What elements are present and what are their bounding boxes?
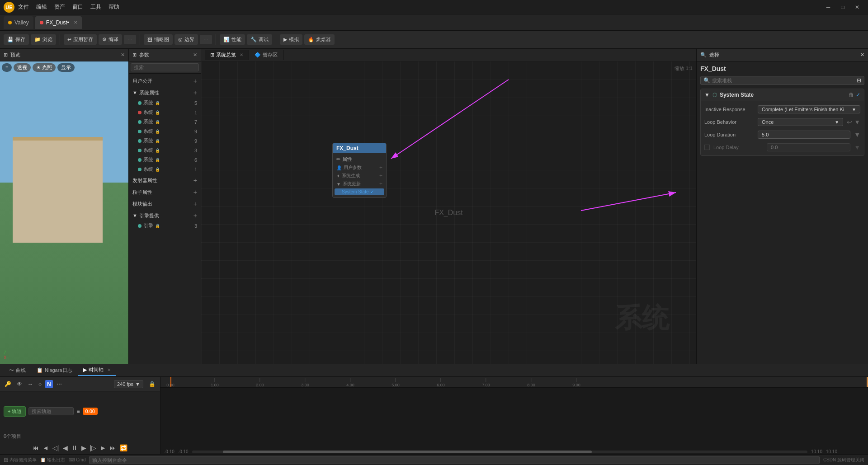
compile-button[interactable]: ⚙ 编译 bbox=[99, 34, 122, 45]
tl-move-button[interactable]: ↔ bbox=[26, 380, 35, 388]
tl-scrollbar-track[interactable] bbox=[192, 451, 807, 453]
param-item-sys-5[interactable]: 系统 🔒 9 bbox=[129, 136, 201, 146]
sys-attrs-add-button[interactable]: + bbox=[193, 89, 197, 96]
tl-more-button[interactable]: ⋯ bbox=[55, 380, 64, 388]
param-item-engine-1[interactable]: 引擎 🔒 3 bbox=[129, 221, 201, 230]
tab-fxdust-close[interactable]: ✕ bbox=[74, 20, 77, 25]
cmd-button[interactable]: ⌨ Cmd bbox=[69, 457, 86, 462]
step-back-button[interactable]: ◄ bbox=[42, 443, 50, 452]
fx-node-section-sys-update[interactable]: ▼ 系统更新 + bbox=[333, 180, 386, 188]
hamburger-button[interactable]: ≡ bbox=[2, 63, 12, 72]
emitter-add-button[interactable]: + bbox=[193, 177, 197, 184]
browse-button[interactable]: 📁 浏览 bbox=[31, 34, 56, 45]
menu-edit[interactable]: 编辑 bbox=[36, 3, 47, 11]
loop-behavior-expand-button[interactable]: ▼ bbox=[854, 118, 860, 126]
tl-lock-button[interactable]: 🔒 bbox=[147, 380, 157, 388]
bounds-more-button[interactable]: ⋯ bbox=[200, 35, 212, 44]
param-item-sys-1[interactable]: 系统 🔒 5 bbox=[129, 98, 201, 108]
loop-delay-input[interactable] bbox=[767, 143, 850, 151]
menu-tools[interactable]: 工具 bbox=[90, 3, 101, 11]
param-group-engine-header[interactable]: ▼ 引擎提供 + bbox=[129, 210, 201, 221]
play-reverse-button[interactable]: ◀ bbox=[62, 443, 69, 452]
content-sidebar-button[interactable]: 🖼 内容侧滑菜单 bbox=[4, 457, 37, 463]
preview-viewport[interactable]: ≡ 透视 ☀ 光照 显示 Z X bbox=[0, 61, 128, 364]
param-group-particle-header[interactable]: 粒子属性 + bbox=[129, 187, 201, 197]
fx-node-item-system-state[interactable]: System State ✓ bbox=[335, 188, 384, 195]
minimize-button[interactable]: ─ bbox=[821, 0, 835, 14]
tl-scrollbar-thumb[interactable] bbox=[223, 451, 592, 453]
fx-dust-node[interactable]: FX_Dust ✏ 属性 👤 用户参数 + ✦ 系统生成 + bbox=[332, 143, 387, 198]
particle-add-button[interactable]: + bbox=[193, 188, 197, 196]
bounds-button[interactable]: ◎ 边界 bbox=[175, 34, 198, 45]
tl-n-button[interactable]: N bbox=[45, 380, 53, 388]
ss-check-button[interactable]: ✓ bbox=[856, 92, 860, 98]
search-stack-input[interactable] bbox=[712, 78, 855, 83]
step-forward-button[interactable]: ► bbox=[99, 443, 107, 452]
param-item-sys-6[interactable]: 系统 🔒 3 bbox=[129, 146, 201, 155]
output-log-button[interactable]: 📋 输出日志 bbox=[40, 457, 65, 463]
search-track-input[interactable] bbox=[28, 407, 74, 415]
fx-node-section-sys-gen[interactable]: ✦ 系统生成 + bbox=[333, 172, 386, 180]
save-button[interactable]: 💾 保存 bbox=[4, 34, 29, 45]
loop-duration-expand-button[interactable]: ▼ bbox=[854, 131, 860, 138]
compile-more-button[interactable]: ⋯ bbox=[124, 35, 136, 44]
param-item-sys-3[interactable]: 系统 🔒 7 bbox=[129, 117, 201, 127]
loop-delay-checkbox[interactable] bbox=[704, 145, 710, 150]
fps-selector[interactable]: 240 fps ▼ bbox=[114, 380, 143, 388]
sim-button[interactable]: ▶ 模拟 bbox=[280, 34, 302, 45]
bake-button[interactable]: 🔥 烘焙器 bbox=[304, 34, 335, 45]
param-item-sys-2[interactable]: 系统 🔒 1 bbox=[129, 108, 201, 117]
timeline-close-button[interactable]: ✕ bbox=[107, 367, 111, 372]
tab-curves[interactable]: 〜 曲线 bbox=[4, 365, 31, 376]
filter-icon[interactable]: ⊟ bbox=[857, 77, 861, 84]
thumbnail-button[interactable]: 🖼 缩略图 bbox=[144, 34, 173, 45]
menu-assets[interactable]: 资产 bbox=[54, 3, 65, 11]
param-group-user-public-header[interactable]: 用户公开 + bbox=[129, 75, 201, 86]
goto-end-button[interactable]: ⏭ bbox=[109, 443, 117, 452]
perspective-button[interactable]: 透视 bbox=[14, 63, 31, 72]
apply-button[interactable]: ↩ 应用暂存 bbox=[64, 34, 97, 45]
user-params-add-icon[interactable]: + bbox=[379, 164, 382, 171]
fx-node-section-user-params[interactable]: 👤 用户参数 + bbox=[333, 164, 386, 172]
preview-close-button[interactable]: ✕ bbox=[121, 52, 125, 58]
debug-button[interactable]: 🔧 调试 bbox=[247, 34, 272, 45]
tab-timeline[interactable]: ▶ 时间轴 ✕ bbox=[78, 365, 116, 376]
system-overview-close[interactable]: ✕ bbox=[240, 52, 243, 57]
add-track-button[interactable]: + 轨道 bbox=[4, 406, 26, 417]
tl-eye-button[interactable]: 👁 bbox=[15, 380, 24, 388]
stop-button[interactable]: ⏸ bbox=[71, 443, 79, 452]
canvas-area[interactable]: 缩放 1:1 FX_Dust 系统 FX_Dust ✏ 属性 👤 用户参数 + bbox=[201, 61, 696, 364]
loop-behavior-undo-button[interactable]: ↩ bbox=[847, 118, 852, 126]
tl-snap-button[interactable]: ⟐ bbox=[37, 380, 43, 388]
inactive-response-dropdown[interactable]: Complete (Let Emitters Finish then Ki ▼ bbox=[758, 105, 860, 113]
selection-panel-close[interactable]: ✕ bbox=[860, 52, 864, 58]
engine-add-button[interactable]: + bbox=[193, 212, 197, 219]
loop-duration-input[interactable] bbox=[758, 131, 850, 139]
tab-system-overview[interactable]: ⊞ 系统总览 ✕ bbox=[205, 50, 249, 60]
module-output-add-button[interactable]: + bbox=[193, 200, 197, 207]
console-input[interactable] bbox=[89, 456, 819, 464]
params-search-input[interactable] bbox=[131, 63, 199, 71]
tab-fxdust[interactable]: FX_Dust• ✕ bbox=[35, 16, 82, 29]
maximize-button[interactable]: □ bbox=[835, 0, 850, 14]
param-item-sys-8[interactable]: 系统 🔒 1 bbox=[129, 164, 201, 174]
sys-update-add-icon[interactable]: + bbox=[379, 181, 382, 187]
tl-key-button[interactable]: 🔑 bbox=[3, 380, 13, 388]
param-group-emitter-header[interactable]: 发射器属性 + bbox=[129, 175, 201, 186]
tab-niagara-log[interactable]: 📋 Niagara日志 bbox=[31, 365, 78, 376]
display-button[interactable]: 显示 bbox=[57, 63, 75, 72]
params-close-button[interactable]: ✕ bbox=[193, 52, 197, 58]
sys-gen-add-icon[interactable]: + bbox=[379, 173, 382, 179]
loop-behavior-dropdown[interactable]: Once ▼ bbox=[758, 118, 843, 126]
play-button[interactable]: ▶ bbox=[80, 443, 87, 452]
filter-track-icon[interactable]: ≡ bbox=[76, 408, 80, 414]
next-key-button[interactable]: |▷ bbox=[89, 443, 98, 452]
tab-valley[interactable]: Valley bbox=[4, 16, 33, 29]
menu-file[interactable]: 文件 bbox=[18, 3, 29, 11]
tab-staging[interactable]: 🔷 暂存区 bbox=[249, 50, 283, 60]
menu-window[interactable]: 窗口 bbox=[72, 3, 83, 11]
fx-node-row-attr[interactable]: ✏ 属性 bbox=[333, 155, 386, 164]
lighting-button[interactable]: ☀ 光照 bbox=[33, 63, 56, 72]
menu-help[interactable]: 帮助 bbox=[108, 3, 119, 11]
ss-delete-button[interactable]: 🗑 bbox=[849, 92, 854, 98]
